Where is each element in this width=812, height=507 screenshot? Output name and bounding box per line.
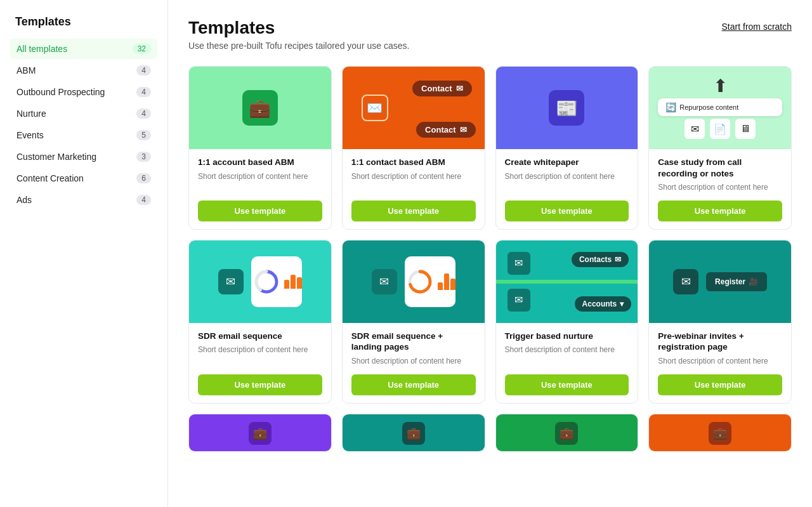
sidebar-badge-ads: 4: [136, 195, 151, 205]
sidebar-item-label: ABM: [16, 65, 36, 76]
card-image-casestudy: ⬆ 🔄 Repurpose content ✉ 📄 🖥: [649, 67, 791, 149]
page-title: Templates: [188, 18, 409, 38]
card-body-sdr1: SDR email sequence Short description of …: [189, 323, 331, 403]
card-title-casestudy: Case study from call recording or notes: [658, 157, 782, 179]
sidebar-badge-abm: 4: [136, 65, 151, 76]
email-output-icon: ✉: [684, 119, 705, 139]
sidebar-items: All templates32ABM4Outbound Prospecting4…: [10, 39, 157, 210]
contacts-icon: ✉: [615, 255, 621, 264]
sidebar-item-events[interactable]: Events5: [10, 125, 157, 145]
sidebar-item-abm[interactable]: ABM4: [10, 60, 157, 81]
bottom-icon-3: 💼: [555, 422, 578, 445]
contact-badge-top: Contact ✉: [412, 81, 471, 96]
use-template-button-trigger[interactable]: Use template: [505, 374, 629, 395]
card-title-trigger: Trigger based nurture: [505, 331, 629, 342]
template-card-trigger: ✉ ✉ Contacts ✉ Accounts ▾ Trigger based …: [495, 240, 639, 404]
template-card-abm1: 💼 1:1 account based ABM Short descriptio…: [188, 66, 332, 230]
sidebar: Templates All templates32ABM4Outbound Pr…: [0, 0, 168, 507]
sidebar-badge-customer-marketing: 3: [136, 152, 151, 162]
sidebar-item-all[interactable]: All templates32: [10, 39, 157, 59]
use-template-button-sdr1[interactable]: Use template: [198, 374, 322, 395]
bar1: [284, 280, 289, 289]
card-body-abm2: 1:1 contact based ABM Short description …: [343, 149, 485, 229]
use-template-button-webinar[interactable]: Use template: [658, 374, 782, 395]
card-desc-abm2: Short description of content here: [351, 171, 476, 193]
sidebar-item-customer-marketing[interactable]: Customer Marketing3: [10, 147, 157, 167]
template-card-whitepaper: 📰 Create whitepaper Short description of…: [495, 66, 639, 230]
accounts-icon: ▾: [620, 300, 624, 308]
mail-icon: ✉️: [362, 95, 388, 121]
use-template-button-abm2[interactable]: Use template: [351, 201, 476, 221]
contact-label: Contact: [421, 84, 452, 93]
template-card-casestudy: ⬆ 🔄 Repurpose content ✉ 📄 🖥 Case study f…: [648, 66, 792, 230]
card-desc-whitepaper: Short description of content here: [505, 171, 629, 193]
register-label: Register: [715, 277, 745, 286]
bar2: [291, 275, 296, 289]
card-desc-sdr2: Short description of content here: [351, 356, 476, 367]
contacts-label: Contacts: [579, 255, 612, 264]
card-desc-trigger: Short description of content here: [505, 345, 629, 366]
bottom-img-3: 💼: [496, 414, 638, 452]
bottom-img-2: 💼: [343, 414, 485, 452]
repurpose-label: Repurpose content: [679, 103, 738, 111]
contacts-badge: Contacts ✉: [572, 252, 629, 267]
sidebar-item-label: All templates: [16, 44, 67, 54]
sidebar-item-outbound[interactable]: Outbound Prospecting4: [10, 82, 157, 102]
repurpose-badge: 🔄 Repurpose content: [658, 98, 782, 116]
register-fake-button: Register 🎥: [706, 272, 767, 291]
sidebar-badge-all: 32: [133, 44, 151, 54]
output-icons: ✉ 📄 🖥: [684, 119, 756, 139]
use-template-button-casestudy[interactable]: Use template: [658, 201, 782, 221]
bar5: [444, 273, 449, 290]
card-image-trigger: ✉ ✉ Contacts ✉ Accounts ▾: [496, 240, 638, 323]
sidebar-badge-content-creation: 6: [136, 173, 151, 183]
bottom-card-3: 💼: [495, 414, 639, 452]
bottom-card-1: 💼: [188, 414, 332, 452]
trigger-mail-icon1: ✉: [508, 252, 530, 275]
accounts-badge: Accounts ▾: [575, 296, 632, 312]
sidebar-item-ads[interactable]: Ads4: [10, 190, 157, 210]
page-subtitle: Use these pre-built Tofu recipes tailore…: [188, 41, 409, 51]
template-card-abm2: ✉️ Contact ✉ Contact ✉ 1:1 contact based…: [342, 66, 485, 230]
card-title-webinar: Pre-webinar invites + registration page: [658, 331, 782, 353]
template-card-webinar: ✉ Register 🎥 Pre-webinar invites + regis…: [648, 240, 792, 404]
card-desc-abm1: Short description of content here: [198, 171, 322, 193]
bar6: [450, 279, 455, 290]
card-desc-webinar: Short description of content here: [658, 356, 782, 367]
card-image-sdr2: ✉: [343, 240, 485, 323]
sdr2-mail-icon: ✉: [372, 269, 397, 294]
card-title-whitepaper: Create whitepaper: [505, 157, 629, 168]
use-template-button-abm1[interactable]: Use template: [198, 201, 322, 221]
sidebar-item-nurture[interactable]: Nurture4: [10, 103, 157, 124]
trigger-mail-icon2: ✉: [508, 289, 530, 312]
card-image-sdr1: ✉: [189, 240, 331, 323]
bottom-card-4: 💼: [648, 414, 792, 452]
use-template-button-whitepaper[interactable]: Use template: [505, 201, 629, 221]
template-card-sdr2: ✉ SDR email sequence + landing pages Sho…: [342, 240, 485, 404]
refresh-icon: 🔄: [665, 102, 676, 112]
bar-chart2: [438, 273, 455, 290]
donut-chart: [251, 263, 282, 301]
header-text: Templates Use these pre-built Tofu recip…: [188, 18, 409, 51]
sidebar-item-content-creation[interactable]: Content Creation6: [10, 168, 157, 188]
donut-chart2: [405, 263, 435, 301]
templates-grid-row1: 💼 1:1 account based ABM Short descriptio…: [188, 66, 792, 230]
bottom-partial-row: 💼 💼 💼 💼: [188, 414, 792, 452]
sdr2-chart-box: [405, 256, 455, 307]
screen-output-icon: 🖥: [735, 119, 756, 139]
contact-label2: Contact: [425, 125, 455, 135]
start-from-scratch-button[interactable]: Start from scratch: [722, 22, 792, 32]
doc-output-icon: 📄: [710, 119, 730, 139]
use-template-button-sdr2[interactable]: Use template: [351, 374, 476, 395]
card-image-abm2: ✉️ Contact ✉ Contact ✉: [343, 67, 485, 149]
bar4: [438, 282, 443, 290]
sidebar-item-label: Events: [16, 130, 44, 140]
sidebar-badge-events: 5: [136, 130, 151, 140]
card-body-whitepaper: Create whitepaper Short description of c…: [496, 149, 638, 229]
contact-mail-icon: ✉: [456, 84, 463, 93]
card-body-casestudy: Case study from call recording or notes …: [649, 149, 791, 229]
sidebar-item-label: Outbound Prospecting: [16, 87, 105, 97]
sidebar-item-label: Nurture: [16, 109, 46, 119]
card-title-abm2: 1:1 contact based ABM: [351, 157, 476, 168]
sidebar-item-label: Customer Marketing: [16, 152, 96, 162]
